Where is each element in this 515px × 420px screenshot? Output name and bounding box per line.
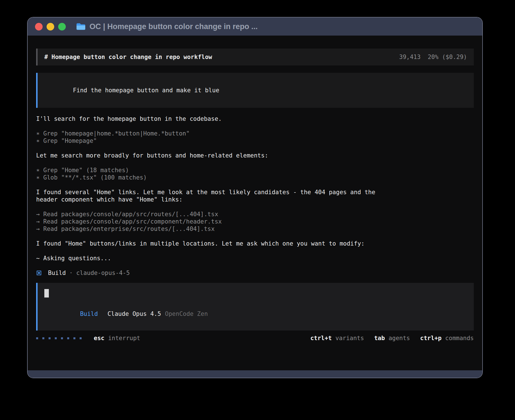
transcript: I'll search for the homepage button in t… <box>36 115 474 262</box>
message-line: I'll search for the homepage button in t… <box>36 115 474 123</box>
zoom-button[interactable] <box>58 23 66 30</box>
hint-variants: ctrl+t variants <box>310 334 364 342</box>
tool-call-line: → Read packages/enterprise/src/routes/[.… <box>36 225 474 233</box>
agent-build-icon <box>37 271 41 275</box>
user-message-text: Find the homepage button and make it blu… <box>73 87 219 94</box>
hint-key-esc: esc <box>94 334 104 342</box>
hint-commands: ctrl+p commands <box>420 334 474 342</box>
hint-agents: tab agents <box>374 334 410 342</box>
tool-call-line: ∗ Grep "Home" (18 matches) <box>36 167 474 174</box>
hint-key-ctrl-p: ctrl+p <box>420 334 442 342</box>
assistant-message: I found "Home" buttons/links in multiple… <box>36 240 474 247</box>
minimize-button[interactable] <box>47 23 54 30</box>
hint-key-tab: tab <box>374 334 385 342</box>
tool-call-line: → Read packages/console/app/src/componen… <box>36 218 474 225</box>
agent-name: Build <box>48 269 66 277</box>
desktop: OC | Homepage button color change in rep… <box>0 0 515 420</box>
message-line: I found several "Home" links. Let me loo… <box>36 189 474 196</box>
traffic-lights <box>35 23 70 30</box>
statusbar-left: esc interrupt <box>36 334 140 342</box>
tool-call-list: ∗ Grep "homepage|home.*button|Home.*butt… <box>36 130 474 145</box>
tool-call-line: ∗ Glob "**/*.tsx" (100 matches) <box>36 174 474 181</box>
session-title: # Homepage button color change in repo w… <box>44 53 212 61</box>
titlebar[interactable]: OC | Homepage button color change in rep… <box>28 18 482 36</box>
session-header: # Homepage button color change in repo w… <box>36 49 474 65</box>
hint-label-variants: variants <box>335 334 364 342</box>
user-message: Find the homepage button and make it blu… <box>36 73 474 108</box>
session-stats: 39,413 20% ($0.29) <box>399 53 467 61</box>
tool-call-list: ∗ Grep "Home" (18 matches) ∗ Glob "**/*.… <box>36 167 474 181</box>
window-title: OC | Homepage button color change in rep… <box>90 22 258 31</box>
statusbar: esc interrupt ctrl+t variants tab agents… <box>36 334 474 342</box>
tool-call-list: → Read packages/console/app/src/routes/[… <box>36 211 474 233</box>
status-separator: · <box>69 269 73 277</box>
message-line: I found "Home" buttons/links in multiple… <box>36 240 474 247</box>
terminal-content: # Homepage button color change in repo w… <box>28 36 482 370</box>
input-meta: BuildClaude Opus 4.5OpenCode Zen <box>44 303 467 325</box>
statusbar-right: ctrl+t variants tab agents ctrl+p comman… <box>300 334 474 342</box>
tool-call-line: ∗ Grep "homepage|home.*button|Home.*butt… <box>36 130 474 137</box>
tool-call-line: ∗ Grep "Homepage" <box>36 137 474 145</box>
assistant-message: I found several "Home" links. Let me loo… <box>36 189 474 203</box>
terminal-window: OC | Homepage button color change in rep… <box>27 17 483 378</box>
message-line: Let me search more broadly for buttons a… <box>36 152 474 159</box>
agent-status-row: Build · claude-opus-4-5 <box>36 269 474 277</box>
assistant-message: Let me search more broadly for buttons a… <box>36 152 474 159</box>
message-line: header component which have "Home" links… <box>36 196 474 203</box>
hint-label-commands: commands <box>445 334 474 342</box>
hint-label-interrupt: interrupt <box>108 334 140 342</box>
message-line: ~ Asking questions... <box>36 255 474 262</box>
assistant-message: I'll search for the homepage button in t… <box>36 115 474 123</box>
assistant-message: ~ Asking questions... <box>36 255 474 262</box>
input-mode[interactable]: Build <box>80 310 98 317</box>
hint-label-agents: agents <box>389 334 410 342</box>
prompt-input[interactable]: BuildClaude Opus 4.5OpenCode Zen <box>36 283 474 331</box>
progress-dots <box>36 337 86 339</box>
input-provider: OpenCode Zen <box>165 310 208 317</box>
close-button[interactable] <box>35 23 43 30</box>
status-model: claude-opus-4-5 <box>76 269 130 277</box>
input-model[interactable]: Claude Opus 4.5 <box>108 310 161 317</box>
tool-call-line: → Read packages/console/app/src/routes/[… <box>36 211 474 218</box>
window-bottom-bar <box>28 370 482 378</box>
hint-key-ctrl-t: ctrl+t <box>310 334 332 342</box>
text-cursor <box>44 289 49 298</box>
folder-icon <box>76 23 86 30</box>
